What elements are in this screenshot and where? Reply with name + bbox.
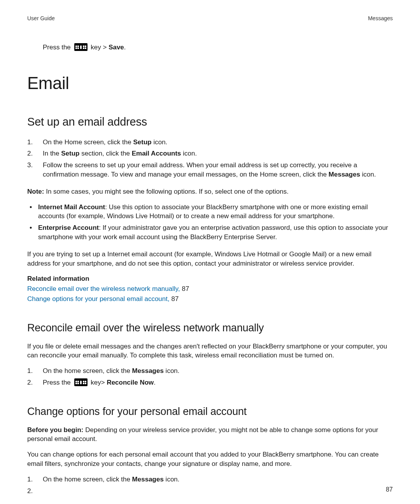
setup-bold: Setup — [133, 138, 151, 146]
link-2-page: 87 — [170, 295, 179, 303]
setup-step-1: On the Home screen, click the Setup icon… — [27, 138, 393, 147]
messages-bold: Messages — [132, 367, 164, 374]
press-period: . — [124, 44, 126, 51]
note-text: In some cases, you might see the followi… — [44, 188, 288, 195]
text: icon. — [164, 367, 180, 374]
text: On the home screen, click the — [43, 367, 132, 374]
change-options-intro: You can change options for each personal… — [27, 450, 393, 469]
press-save-label: Save — [108, 44, 124, 51]
note-paragraph: Note: In some cases, you might see the f… — [27, 187, 393, 196]
page-number: 87 — [386, 485, 393, 494]
reconcile-step-2: Press the key> Reconcile Now. — [27, 378, 393, 387]
text: icon. — [360, 171, 376, 178]
reconcile-step-1: On the home screen, click the Messages i… — [27, 366, 393, 376]
email-accounts-bold: Email Accounts — [132, 150, 181, 157]
text: key> — [91, 379, 107, 386]
change-step-1: On the home screen, click the Messages i… — [27, 475, 393, 484]
link-change-options[interactable]: Change options for your personal email a… — [27, 295, 170, 303]
related-link-2-line: Change options for your personal email a… — [27, 294, 393, 304]
followup-paragraph: If you are trying to set up a Internet e… — [27, 250, 393, 268]
text: icon. — [181, 150, 197, 157]
enterprise-bold: Enterprise Account — [38, 224, 99, 231]
text: Press the — [43, 379, 73, 386]
account-type-bullets: Internet Mail Account: Use this option t… — [27, 203, 393, 242]
before-label: Before you begin: — [27, 426, 84, 434]
press-save-instruction: Press the key > Save. — [43, 43, 393, 52]
section-set-up-email: Set up an email address — [27, 114, 393, 130]
text: On the Home screen, click the — [43, 138, 133, 146]
change-options-steps: On the home screen, click the Messages i… — [27, 475, 393, 484]
related-link-1-line: Reconcile email over the wireless networ… — [27, 284, 393, 294]
header-right: Messages — [368, 15, 393, 23]
section-reconcile-email: Reconcile email over the wireless networ… — [27, 321, 393, 336]
section-change-options: Change options for your personal email a… — [27, 404, 393, 419]
link-1-page: 87 — [180, 285, 189, 292]
note-label: Note: — [27, 188, 44, 195]
setup-step-3: Follow the screens to set up your email … — [27, 161, 393, 179]
link-reconcile-email[interactable]: Reconcile email over the wireless networ… — [27, 285, 180, 292]
messages-bold: Messages — [132, 476, 164, 483]
blackberry-menu-key-icon — [74, 43, 88, 51]
text: On the home screen, click the — [43, 476, 132, 483]
reconcile-intro: If you file or delete email messages and… — [27, 342, 393, 360]
setup-bold: Setup — [61, 150, 79, 157]
chapter-title: Email — [27, 71, 393, 95]
text: icon. — [152, 138, 168, 146]
before-you-begin-paragraph: Before you begin: Depending on your wire… — [27, 425, 393, 444]
reconcile-steps: On the home screen, click the Messages i… — [27, 366, 393, 387]
related-info-heading: Related information — [27, 274, 393, 284]
text: Follow the screens to set up your email … — [43, 161, 357, 178]
text: . — [154, 379, 156, 386]
bullet-internet-mail: Internet Mail Account: Use this option t… — [27, 203, 393, 221]
text: icon. — [164, 476, 180, 483]
reconcile-now-bold: Reconcile Now — [107, 379, 154, 386]
page-header: User Guide Messages — [27, 15, 393, 23]
blackberry-menu-key-icon — [74, 378, 88, 386]
text: In the — [43, 150, 61, 157]
internet-mail-bold: Internet Mail Account — [38, 203, 105, 211]
setup-step-2: In the Setup section, click the Email Ac… — [27, 149, 393, 158]
text: section, click the — [80, 150, 132, 157]
bullet-enterprise: Enterprise Account: If your administrato… — [27, 223, 393, 242]
setup-steps: On the Home screen, click the Setup icon… — [27, 138, 393, 179]
press-key-after: key > — [91, 44, 108, 51]
messages-bold: Messages — [329, 171, 360, 178]
header-left: User Guide — [27, 15, 55, 23]
press-prefix: Press the — [43, 44, 73, 51]
